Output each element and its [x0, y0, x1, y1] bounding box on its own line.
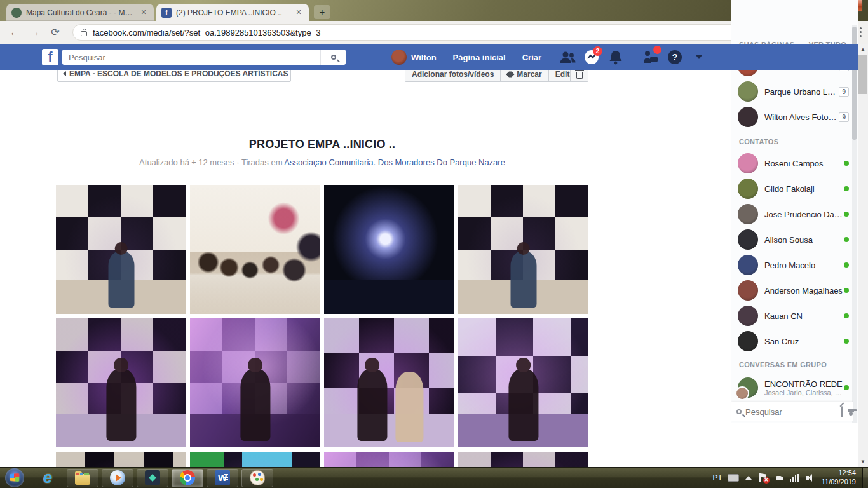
- chat-search-icon: [736, 409, 742, 414]
- album-photo[interactable]: [324, 318, 454, 447]
- album-photo[interactable]: [190, 318, 320, 447]
- contact-item[interactable]: Pedro Macelo: [738, 254, 849, 276]
- album-photo[interactable]: [324, 185, 454, 314]
- taskbar-app-filmora[interactable]: [137, 469, 168, 487]
- scroll-up-icon[interactable]: ▲: [858, 44, 868, 55]
- album-title: PROJETO EMPA ..INICIO ..: [56, 138, 588, 151]
- new-tab-button[interactable]: +: [314, 5, 330, 19]
- page-item[interactable]: Parque Urbano Lagoa ...9: [738, 80, 849, 103]
- taskbar-app-media-player[interactable]: [102, 469, 133, 487]
- keyboard-icon[interactable]: [728, 474, 739, 482]
- taskbar-apps: eW: [32, 469, 276, 487]
- album-photo[interactable]: [190, 185, 320, 314]
- album-photo[interactable]: [458, 318, 588, 447]
- messenger-button[interactable]: 2: [582, 48, 601, 66]
- group-chat-item[interactable]: ENCONTRÃO REDE ...Josael Jario, Clarissa…: [738, 375, 849, 400]
- contact-item[interactable]: Gildo Fakolaji: [738, 177, 849, 200]
- browser-menu-icon[interactable]: [860, 31, 862, 33]
- svg-text:?: ?: [672, 52, 678, 62]
- power-plug-icon[interactable]: [775, 473, 783, 482]
- system-tray: PT ✕ 12:54 11/09/2019: [712, 468, 868, 488]
- tab-facebook-album[interactable]: f (2) PROJETO EMPA ..INICIO .. ✕: [156, 4, 309, 21]
- album-location-link[interactable]: Associaçao Comunitaria. Dos Moradores Do…: [284, 158, 505, 167]
- contact-item[interactable]: Kauan CN: [738, 304, 849, 327]
- forward-icon[interactable]: →: [27, 24, 43, 41]
- photo-layer-fig: [508, 369, 538, 441]
- contact-item[interactable]: Anderson Magalhães: [738, 279, 849, 302]
- friend-requests-button[interactable]: [558, 48, 577, 66]
- windows-logo-icon: [10, 473, 20, 482]
- facebook-logo[interactable]: f: [42, 49, 58, 65]
- address-bar[interactable]: facebook.com/media/set/?set=oa.198928510…: [72, 24, 804, 41]
- taskbar-app-paint[interactable]: [241, 469, 273, 487]
- tab-close-icon[interactable]: ✕: [294, 8, 304, 18]
- album-photo[interactable]: [56, 452, 186, 467]
- gaming-video-button[interactable]: [641, 48, 660, 66]
- album-photo[interactable]: [324, 452, 454, 467]
- profile-avatar[interactable]: [391, 50, 407, 65]
- show-desktop-button[interactable]: [862, 468, 868, 488]
- taskbar-app-file-explorer[interactable]: [67, 469, 98, 487]
- online-dot: [844, 237, 849, 242]
- language-indicator[interactable]: PT: [712, 473, 722, 482]
- home-link[interactable]: Página inicial: [453, 53, 506, 62]
- back-icon[interactable]: ←: [6, 24, 23, 41]
- search-input[interactable]: [62, 53, 320, 62]
- album-photo[interactable]: [56, 185, 186, 314]
- help-button[interactable]: ?: [665, 48, 684, 66]
- contact-item[interactable]: Alison Sousa: [738, 228, 849, 251]
- tab-title: (2) PROJETO EMPA ..INICIO ..: [176, 8, 290, 17]
- tab-title: Mapa Cultural do Ceará - - Mapa: [26, 8, 135, 17]
- scroll-thumb[interactable]: [858, 55, 867, 94]
- album-photo[interactable]: [56, 318, 186, 447]
- sidebar-scroll-thumb[interactable]: [852, 27, 857, 140]
- facebook-search[interactable]: [62, 50, 346, 65]
- messenger-badge: 2: [593, 46, 602, 56]
- search-button[interactable]: [320, 50, 346, 65]
- chat-search-input[interactable]: [745, 407, 831, 417]
- facebook-favicon: f: [161, 8, 172, 18]
- padlock-icon: [81, 31, 87, 36]
- taskbar-app-word[interactable]: W: [207, 469, 238, 487]
- start-button[interactable]: [5, 468, 24, 487]
- page-scrollbar[interactable]: ▲ ▼: [858, 44, 868, 467]
- url-text[interactable]: facebook.com/media/set/?set=oa.198928510…: [93, 28, 321, 37]
- page-item[interactable]: Wilton Alves Fotos/Fil...9: [738, 105, 849, 128]
- online-dot: [844, 212, 849, 217]
- new-message-button[interactable]: [841, 407, 843, 416]
- hidden-icons-arrow[interactable]: [745, 476, 752, 480]
- page-avatar: [738, 107, 758, 127]
- online-dot: [844, 288, 849, 293]
- contact-avatar: [738, 331, 758, 351]
- contact-item[interactable]: Jose Prudencio Da Si...: [738, 203, 849, 226]
- volume-icon[interactable]: [806, 473, 815, 482]
- clock-time: 12:54: [822, 469, 856, 478]
- contact-item[interactable]: San Cruz: [738, 330, 849, 353]
- chrome-icon: [180, 470, 195, 485]
- taskbar-app-chrome[interactable]: [172, 469, 203, 487]
- album-photo[interactable]: [458, 185, 588, 314]
- create-link[interactable]: Criar: [522, 53, 541, 62]
- photo-layer-fig: [510, 251, 536, 308]
- album-photo[interactable]: [458, 452, 588, 467]
- group-chats-header: CONVERSAS EM GRUPO: [739, 361, 846, 369]
- contact-name: Roseni Campos: [764, 159, 844, 168]
- tab-close-icon[interactable]: ✕: [139, 8, 149, 18]
- account-menu-button[interactable]: [689, 48, 709, 66]
- contact-item[interactable]: Roseni Campos: [738, 152, 849, 175]
- tab-mapa-cultural[interactable]: Mapa Cultural do Ceará - - Mapa ✕: [6, 4, 154, 21]
- taskbar-app-internet-explorer[interactable]: e: [32, 469, 64, 487]
- contact-avatar: [738, 280, 758, 301]
- notifications-button[interactable]: [606, 48, 625, 66]
- album-photo[interactable]: [190, 452, 320, 467]
- action-center-flag-icon[interactable]: ✕: [759, 473, 767, 482]
- network-signal-icon[interactable]: [790, 474, 800, 482]
- profile-link[interactable]: Wilton: [411, 53, 437, 62]
- contact-name: Alison Sousa: [764, 235, 844, 245]
- photo-grid: [56, 185, 588, 467]
- clock-date: 11/09/2019: [822, 478, 856, 487]
- reload-icon[interactable]: ⟳: [47, 24, 64, 41]
- contact-name: San Cruz: [764, 337, 844, 346]
- taskbar-clock[interactable]: 12:54 11/09/2019: [822, 469, 856, 487]
- scroll-down-icon[interactable]: ▼: [858, 457, 868, 467]
